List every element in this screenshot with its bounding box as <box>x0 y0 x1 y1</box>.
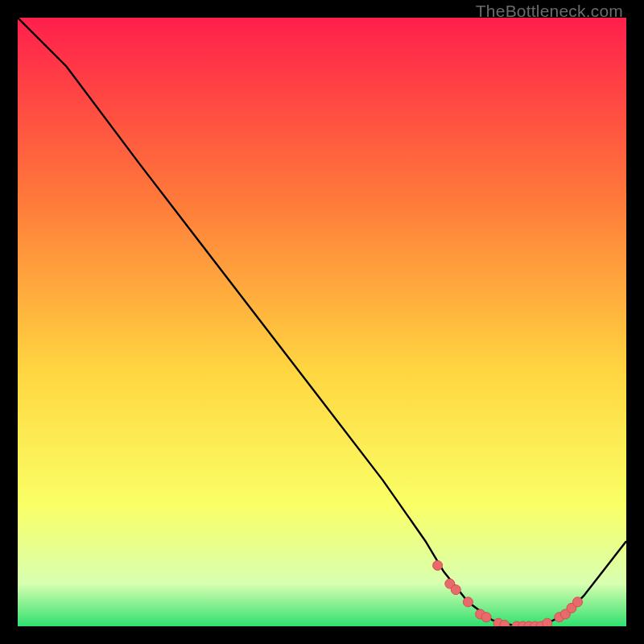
highlight-point <box>463 597 473 607</box>
gradient-background <box>18 18 626 626</box>
highlight-point <box>543 618 552 626</box>
highlight-point <box>433 560 443 570</box>
highlight-point <box>481 613 491 622</box>
chart-frame <box>18 18 626 626</box>
bottleneck-chart <box>18 18 626 626</box>
highlight-point <box>573 597 583 607</box>
highlight-point <box>451 585 460 595</box>
highlight-point <box>500 621 510 627</box>
watermark-text: TheBottleneck.com <box>476 2 623 21</box>
